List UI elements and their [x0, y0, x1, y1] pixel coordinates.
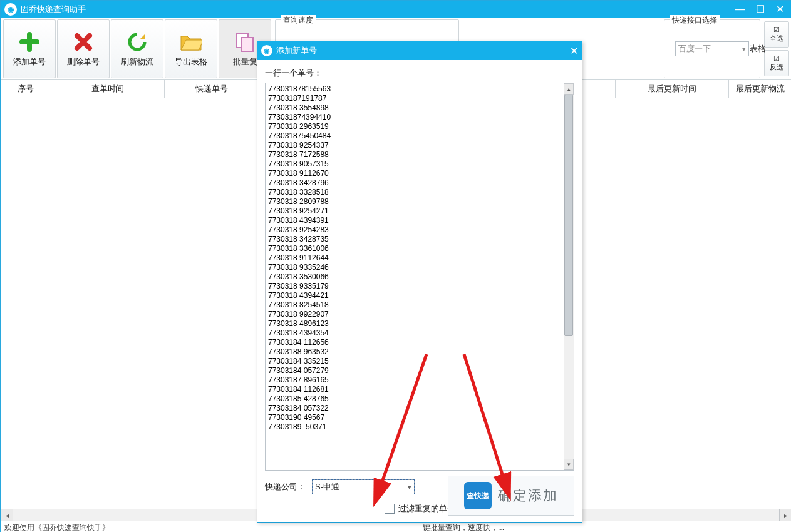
dialog-title: 添加新单号 — [276, 45, 317, 56]
checkbox-icon — [385, 504, 395, 514]
scrollbar-thumb[interactable] — [564, 95, 573, 336]
col-time[interactable]: 查单时间 — [51, 80, 165, 98]
status-welcome: 欢迎使用《固乔快递查询快手》 — [4, 523, 110, 533]
export-label: 导出表格 — [175, 56, 207, 68]
invert-select-button[interactable]: ☑ 反选 — [764, 50, 789, 76]
api-combo[interactable]: 百度一下 — [675, 41, 749, 56]
add-tracking-dialog: ◉ 添加新单号 ✕ 一行一个单号： ▴ ▾ 快递公司： S-申通 — [257, 41, 582, 523]
delete-tracking-label: 删除单号 — [67, 56, 100, 68]
search-package-icon: 查快递 — [464, 482, 492, 509]
col-number[interactable]: 快递单号 — [165, 80, 259, 98]
select-buttons: ☑ 全选 ☑ 反选 — [764, 19, 789, 78]
status-help: 键批量查询，速度快，... — [423, 523, 504, 533]
main-window: ◉ 固乔快递查询助手 — ☐ ✕ 添加单号 删除单号 刷新物流 — [0, 0, 791, 532]
col-last[interactable]: 最后更新时间 — [616, 80, 729, 98]
dialog-titlebar: ◉ 添加新单号 ✕ — [257, 41, 582, 60]
scroll-up-icon[interactable]: ▴ — [564, 83, 574, 95]
speed-title: 查询速度 — [281, 15, 316, 26]
filter-duplicates-checkbox[interactable]: 过滤重复的单号 — [385, 503, 455, 514]
scroll-right-icon[interactable]: ▸ — [779, 509, 791, 521]
dialog-close-button[interactable]: ✕ — [570, 45, 578, 57]
numbers-wrap: ▴ ▾ — [265, 83, 574, 471]
add-tracking-label: 添加单号 — [13, 56, 46, 68]
checkbox-icon: ☑ — [773, 26, 780, 34]
app-title: 固乔快递查询助手 — [21, 4, 86, 15]
dialog-logo-icon: ◉ — [261, 45, 272, 56]
col-lastlog[interactable]: 最后更新物流 — [729, 80, 791, 98]
close-button[interactable]: ✕ — [776, 4, 784, 14]
scroll-down-icon[interactable]: ▾ — [564, 459, 574, 470]
col-index[interactable]: 序号 — [1, 80, 51, 98]
refresh-icon — [125, 30, 149, 54]
tracking-numbers-input[interactable] — [266, 83, 564, 470]
plus-icon — [18, 30, 41, 54]
select-all-button[interactable]: ☑ 全选 — [764, 21, 789, 48]
invert-label: 反选 — [770, 63, 783, 72]
batch-copy-label: 批量复 — [233, 56, 257, 68]
courier-combo[interactable]: S-申通 — [312, 479, 415, 494]
api-title: 快递接口选择 — [670, 15, 720, 26]
refresh-label: 刷新物流 — [121, 56, 153, 68]
api-group: 快递接口选择 百度一下 — [664, 19, 760, 78]
copy-icon — [233, 30, 257, 54]
maximize-button[interactable]: ☐ — [756, 4, 765, 14]
refresh-button[interactable]: 刷新物流 — [111, 19, 163, 78]
dialog-body: 一行一个单号： ▴ ▾ 快递公司： S-申通 过滤重复的单号 — [257, 60, 582, 522]
delete-tracking-button[interactable]: 删除单号 — [57, 19, 110, 78]
window-controls: — ☐ ✕ — [735, 4, 788, 14]
folder-icon — [179, 30, 203, 54]
cross-icon — [71, 30, 95, 54]
select-all-label: 全选 — [770, 34, 783, 43]
courier-label: 快递公司： — [265, 481, 306, 493]
confirm-label: 确定添加 — [498, 486, 558, 505]
app-logo-icon: ◉ — [4, 3, 17, 16]
minimize-button[interactable]: — — [735, 4, 745, 14]
checkbox-icon: ☑ — [773, 54, 780, 63]
confirm-add-button[interactable]: 查快递 确定添加 — [448, 476, 574, 516]
svg-rect-1 — [242, 38, 253, 51]
textarea-scrollbar[interactable]: ▴ ▾ — [564, 83, 574, 470]
scroll-left-icon[interactable]: ◂ — [1, 509, 13, 521]
export-button[interactable]: 导出表格 — [165, 19, 217, 78]
dialog-hint: 一行一个单号： — [265, 68, 574, 79]
filter-label: 过滤重复的单号 — [398, 503, 455, 514]
add-tracking-button[interactable]: 添加单号 — [3, 19, 56, 78]
